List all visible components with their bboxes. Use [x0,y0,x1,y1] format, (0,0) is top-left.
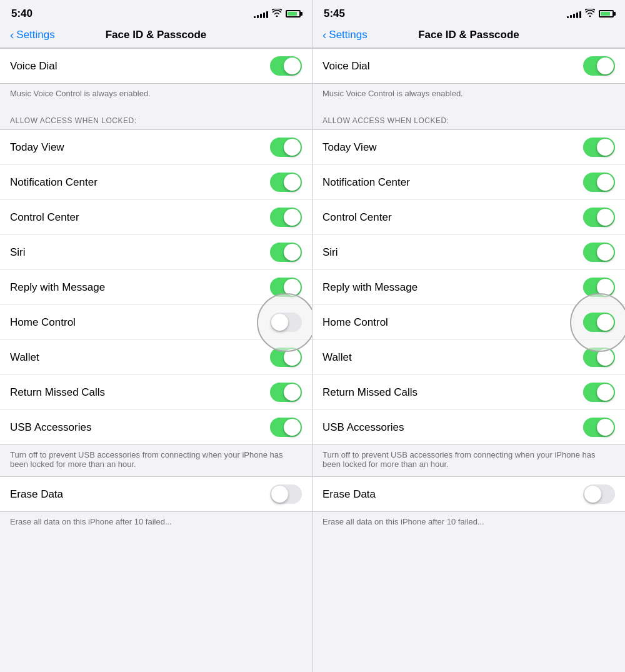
toggle-siri[interactable] [270,243,302,262]
phone-panel-left: 5:40 ‹SettingsFace ID & PasscodeVoice Di… [0,0,312,672]
section-header-text: ALLOW ACCESS WHEN LOCKED: [322,116,449,125]
toggle-knob [284,58,301,74]
section-header-1: ALLOW ACCESS WHEN LOCKED: [312,106,625,129]
toggle-knob [271,314,288,331]
list-item: Notification Center [312,165,625,200]
toggle-erase-data[interactable] [583,484,615,504]
list-item: Return Missed Calls [312,375,625,410]
list-item: Siri [0,235,312,270]
toggle-knob [284,279,301,296]
toggle-reply-with-message[interactable] [583,278,615,297]
list-item: Wallet [312,340,625,375]
toggle-return-missed-calls[interactable] [270,383,302,402]
toggle-knob [597,139,614,156]
status-bar: 5:40 [0,0,312,25]
list-item-label: Erase Data [10,488,63,501]
list-item: Reply with Message [0,270,312,305]
toggle-notification-center[interactable] [583,173,615,192]
toggle-notification-center[interactable] [270,173,302,192]
list-item-label: USB Accessories [322,421,404,434]
toggle-knob [597,58,614,74]
list-item-label: Control Center [322,211,392,224]
toggle-voice-dial[interactable] [270,56,302,76]
list-item: USB Accessories [312,410,625,444]
page-title: Face ID & Passcode [418,29,519,41]
list-item-label: Voice Dial [322,60,370,73]
toggle-knob [597,349,614,366]
back-button[interactable]: ‹Settings [10,29,55,41]
list-item: Erase Data [0,477,312,511]
section-note: Music Voice Control is always enabled. [0,84,312,106]
toggle-return-missed-calls[interactable] [583,383,615,402]
list-group-1: Today ViewNotification CenterControl Cen… [312,129,625,445]
section-note: Turn off to prevent USB accessories from… [0,445,312,476]
list-item-label: Today View [322,141,377,154]
toggle-wallet[interactable] [583,348,615,367]
status-bar: 5:45 [312,0,625,25]
list-item: Wallet [0,340,312,375]
list-item-label: Reply with Message [10,281,105,294]
toggle-home-control[interactable] [583,313,615,332]
list-group-0: Voice Dial [0,48,312,84]
toggle-control-center[interactable] [583,208,615,227]
toggle-home-control[interactable] [270,313,302,332]
toggle-control-center[interactable] [270,208,302,227]
list-item-label: Notification Center [322,176,410,189]
nav-bar: ‹SettingsFace ID & Passcode [312,25,625,48]
status-time: 5:45 [324,8,345,20]
toggle-siri[interactable] [583,243,615,262]
signal-icon [567,10,581,18]
toggle-knob [284,139,301,156]
list-item-label: Today View [10,141,64,154]
list-item-label: Siri [322,246,338,259]
status-time: 5:40 [11,8,32,20]
toggle-highlight [583,313,615,332]
toggle-highlight [270,313,302,332]
section-note: Erase all data on this iPhone after 10 f… [312,512,625,534]
list-group-1: Today ViewNotification CenterControl Cen… [0,129,312,445]
content: Voice DialMusic Voice Control is always … [0,48,312,672]
list-item-label: Notification Center [10,176,98,189]
list-item: Control Center [0,200,312,235]
toggle-usb-accessories[interactable] [270,418,302,437]
list-item-label: Erase Data [322,488,376,501]
back-button[interactable]: ‹Settings [322,29,368,41]
toggle-reply-with-message[interactable] [270,278,302,297]
list-item-label: Reply with Message [322,281,418,294]
list-item-label: Home Control [322,316,388,329]
toggle-knob [284,419,301,436]
section-note: Turn off to prevent USB accessories from… [312,445,625,476]
list-item-label: Return Missed Calls [322,386,418,399]
battery-icon [286,10,301,18]
page-title: Face ID & Passcode [106,29,207,41]
list-item-label: Wallet [322,351,352,364]
toggle-knob [597,279,614,296]
list-item: Notification Center [0,165,312,200]
section-note: Erase all data on this iPhone after 10 f… [0,512,312,534]
list-item: Voice Dial [312,49,625,83]
toggle-knob [597,314,614,331]
list-item: Reply with Message [312,270,625,305]
section-header-text: ALLOW ACCESS WHEN LOCKED: [10,116,137,125]
battery-icon [599,10,614,18]
toggle-today-view[interactable] [583,138,615,157]
toggle-today-view[interactable] [270,138,302,157]
list-item-label: Control Center [10,211,79,224]
back-chevron-icon: ‹ [322,29,326,41]
wifi-icon [272,9,282,19]
toggle-erase-data[interactable] [270,484,302,504]
list-item: Voice Dial [0,49,312,83]
toggle-knob [284,174,301,191]
list-item: Siri [312,235,625,270]
toggle-wallet[interactable] [270,348,302,367]
toggle-knob [597,244,614,261]
list-item: USB Accessories [0,410,312,444]
toggle-knob [284,349,301,366]
list-item-label: USB Accessories [10,421,91,434]
toggle-usb-accessories[interactable] [583,418,615,437]
toggle-voice-dial[interactable] [583,56,615,76]
toggle-knob [284,244,301,261]
section-header-1: ALLOW ACCESS WHEN LOCKED: [0,106,312,129]
signal-icon [254,10,268,18]
back-label: Settings [329,29,367,41]
